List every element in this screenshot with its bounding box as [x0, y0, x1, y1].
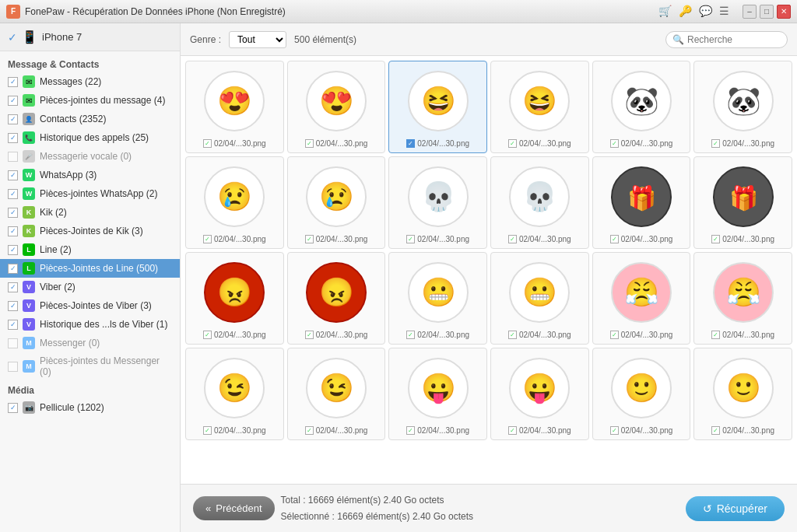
- checkbox-messages[interactable]: ✓: [8, 77, 18, 87]
- checkbox-contacts[interactable]: ✓: [8, 114, 18, 124]
- emoji-checkbox-10[interactable]: ✓: [508, 235, 517, 243]
- checkbox-pellicule[interactable]: ✓: [8, 403, 18, 413]
- emoji-cell-19[interactable]: 😉 ✓ 02/04/...30.png: [185, 348, 284, 440]
- sidebar-item-historique-viber[interactable]: ✓ V Historique des ...ls de Viber (1): [0, 315, 180, 334]
- emoji-cell-7[interactable]: 😢 ✓ 02/04/...30.png: [185, 156, 284, 249]
- emoji-checkbox-1[interactable]: ✓: [203, 139, 212, 148]
- emoji-cell-22[interactable]: 😛 ✓ 02/04/...30.png: [490, 348, 589, 440]
- emoji-face-15: 😬: [403, 257, 473, 327]
- emoji-checkbox-7[interactable]: ✓: [203, 235, 212, 243]
- emoji-cell-16[interactable]: 😬 ✓ 02/04/...30.png: [490, 252, 589, 345]
- checkbox-viber[interactable]: ✓: [8, 282, 18, 292]
- search-input[interactable]: [687, 34, 781, 45]
- emoji-cell-13[interactable]: 😠 ✓ 02/04/...30.png: [185, 252, 284, 345]
- emoji-checkbox-23[interactable]: ✓: [610, 426, 619, 435]
- window-title: FonePaw - Récupération De Données iPhone…: [25, 6, 658, 17]
- emoji-cell-4[interactable]: 😆 ✓ 02/04/...30.png: [490, 61, 589, 153]
- key-icon[interactable]: 🔑: [679, 5, 693, 19]
- sidebar-item-line[interactable]: ✓ L Line (2): [0, 240, 180, 259]
- emoji-cell-20[interactable]: 😉 ✓ 02/04/...30.png: [287, 348, 386, 440]
- svg-text:😠: 😠: [318, 275, 353, 309]
- checkbox-kik[interactable]: ✓: [8, 208, 18, 218]
- emoji-checkbox-4[interactable]: ✓: [508, 139, 517, 148]
- emoji-cell-18[interactable]: 😤 ✓ 02/04/...30.png: [693, 252, 792, 345]
- emoji-cell-3[interactable]: 😆 ✓ 02/04/...30.png: [388, 61, 487, 153]
- sidebar-item-pieces-jointes[interactable]: ✓ ✉ Pièces-jointes du message (4): [0, 91, 180, 110]
- emoji-checkbox-18[interactable]: ✓: [711, 331, 720, 339]
- close-button[interactable]: ✕: [777, 5, 791, 19]
- checkbox-whatsapp[interactable]: ✓: [8, 170, 18, 180]
- checkbox-pieces-line[interactable]: ✓: [8, 264, 18, 274]
- checkbox-pieces-viber[interactable]: ✓: [8, 301, 18, 311]
- sidebar-item-pieces-whatsapp[interactable]: ✓ W Pièces-jointes WhatsApp (2): [0, 184, 180, 203]
- emoji-cell-8[interactable]: 😢 ✓ 02/04/...30.png: [287, 156, 386, 249]
- shop-icon[interactable]: 🛒: [658, 5, 672, 19]
- emoji-face-22: 😛: [504, 353, 574, 423]
- checkbox-messenger[interactable]: ✓: [8, 338, 18, 348]
- checkbox-pieces-kik[interactable]: ✓: [8, 226, 18, 236]
- emoji-cell-17[interactable]: 😤 ✓ 02/04/...30.png: [592, 252, 691, 345]
- emoji-cell-2[interactable]: 😍 ✓ 02/04/...30.png: [287, 61, 386, 153]
- checkbox-pieces-messenger[interactable]: ✓: [8, 362, 18, 372]
- checkbox-historique[interactable]: ✓: [8, 133, 18, 143]
- sidebar-item-pieces-line[interactable]: ✓ L Pièces-Jointes de Line (500): [0, 259, 180, 278]
- emoji-checkbox-14[interactable]: ✓: [305, 331, 314, 339]
- emoji-cell-6[interactable]: 🐼 ✓ 02/04/...30.png: [693, 61, 792, 153]
- emoji-cell-10[interactable]: 💀 ✓ 02/04/...30.png: [490, 156, 589, 249]
- emoji-cell-23[interactable]: 🙂 ✓ 02/04/...30.png: [592, 348, 691, 440]
- emoji-checkbox-20[interactable]: ✓: [305, 426, 314, 435]
- content-toolbar: Genre : Tout Images Vidéos Audio 500 élé…: [181, 23, 797, 56]
- emoji-checkbox-8[interactable]: ✓: [305, 235, 314, 243]
- emoji-checkbox-21[interactable]: ✓: [406, 426, 415, 435]
- emoji-checkbox-11[interactable]: ✓: [610, 235, 619, 243]
- emoji-checkbox-17[interactable]: ✓: [610, 331, 619, 339]
- emoji-checkbox-6[interactable]: ✓: [711, 139, 720, 148]
- emoji-label-9: ✓ 02/04/...30.png: [406, 235, 469, 243]
- sidebar-item-messages[interactable]: ✓ ✉ Messages (22): [0, 72, 180, 91]
- checkbox-pieces-whatsapp[interactable]: ✓: [8, 189, 18, 199]
- emoji-cell-12[interactable]: 🎁 ✓ 02/04/...30.png: [693, 156, 792, 249]
- emoji-checkbox-16[interactable]: ✓: [508, 331, 517, 339]
- checkbox-line[interactable]: ✓: [8, 245, 18, 255]
- emoji-checkbox-24[interactable]: ✓: [711, 426, 720, 435]
- emoji-cell-9[interactable]: 💀 ✓ 02/04/...30.png: [388, 156, 487, 249]
- emoji-checkbox-19[interactable]: ✓: [203, 426, 212, 435]
- menu-icon[interactable]: ☰: [719, 5, 733, 19]
- emoji-checkbox-15[interactable]: ✓: [406, 331, 415, 339]
- sidebar-item-whatsapp[interactable]: ✓ W WhatsApp (3): [0, 166, 180, 184]
- emoji-checkbox-5[interactable]: ✓: [610, 139, 619, 148]
- prev-button[interactable]: « Précédent: [193, 496, 275, 520]
- search-box: 🔍: [665, 31, 788, 48]
- checkbox-historique-viber[interactable]: ✓: [8, 320, 18, 330]
- sidebar-item-historique[interactable]: ✓ 📞 Historique des appels (25): [0, 128, 180, 147]
- emoji-cell-11[interactable]: 🎁 ✓ 02/04/...30.png: [592, 156, 691, 249]
- emoji-cell-1[interactable]: 😍 ✓ 02/04/...30.png: [185, 61, 284, 153]
- emoji-checkbox-9[interactable]: ✓: [406, 235, 415, 243]
- sidebar-item-pieces-viber[interactable]: ✓ V Pièces-Jointes de Viber (3): [0, 296, 180, 315]
- svg-text:😍: 😍: [318, 84, 353, 117]
- emoji-checkbox-3[interactable]: ✓: [406, 139, 415, 148]
- sidebar-item-kik[interactable]: ✓ K Kik (2): [0, 203, 180, 222]
- emoji-checkbox-22[interactable]: ✓: [508, 426, 517, 435]
- chat-icon[interactable]: 💬: [699, 5, 713, 19]
- sidebar-item-pellicule[interactable]: ✓ 📷 Pellicule (1202): [0, 398, 180, 417]
- emoji-cell-21[interactable]: 😛 ✓ 02/04/...30.png: [388, 348, 487, 440]
- sidebar-item-pieces-kik[interactable]: ✓ K Pièces-Jointes de Kik (3): [0, 222, 180, 240]
- emoji-cell-24[interactable]: 🙂 ✓ 02/04/...30.png: [693, 348, 792, 440]
- emoji-checkbox-13[interactable]: ✓: [203, 331, 212, 339]
- checkbox-pieces-jointes[interactable]: ✓: [8, 96, 18, 106]
- genre-select[interactable]: Tout Images Vidéos Audio: [229, 31, 286, 48]
- emoji-cell-5[interactable]: 🐼 ✓ 02/04/...30.png: [592, 61, 691, 153]
- recover-button[interactable]: ↺ Récupérer: [686, 496, 785, 521]
- emoji-cell-15[interactable]: 😬 ✓ 02/04/...30.png: [388, 252, 487, 345]
- emoji-checkbox-12[interactable]: ✓: [711, 235, 720, 243]
- minimize-button[interactable]: –: [743, 5, 757, 19]
- maximize-button[interactable]: □: [760, 5, 774, 19]
- emoji-face-4: 😆: [504, 66, 574, 136]
- sidebar-item-viber[interactable]: ✓ V Viber (2): [0, 278, 180, 296]
- emoji-checkbox-2[interactable]: ✓: [305, 139, 314, 148]
- checkbox-messagerie[interactable]: ✓: [8, 152, 18, 162]
- sidebar-item-contacts[interactable]: ✓ 👤 Contacts (2352): [0, 110, 180, 128]
- emoji-label-16: ✓ 02/04/...30.png: [508, 331, 571, 339]
- emoji-cell-14[interactable]: 😠 ✓ 02/04/...30.png: [287, 252, 386, 345]
